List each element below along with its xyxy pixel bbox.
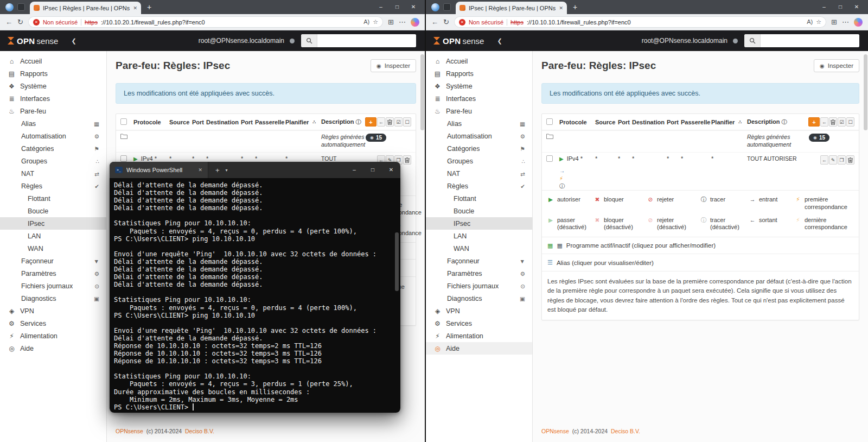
select-all-button[interactable]: ☑ [394, 117, 403, 127]
settings-ellipsis-icon[interactable]: ⋯ [842, 18, 849, 26]
footer-company-link[interactable]: Deciso B.V. [185, 428, 214, 434]
deselect-all-button[interactable]: ☐ [846, 117, 854, 127]
opnsense-logo[interactable]: OPNsense [0, 36, 58, 46]
workspace-icon[interactable] [17, 3, 25, 11]
sidebar-item-ipsec[interactable]: IPsec [0, 217, 106, 230]
settings-ellipsis-icon[interactable]: ⋯ [399, 18, 406, 26]
not-secure-label[interactable]: Non sécurisé [469, 19, 503, 26]
minimize-button[interactable]: – [373, 0, 389, 14]
new-tab-button[interactable]: + [147, 3, 151, 11]
sidebar-item-regles[interactable]: Règles✔ [0, 180, 106, 192]
sidebar-item-groupes[interactable]: Groupes∴ [0, 155, 106, 167]
read-aloud-icon[interactable]: A) [807, 19, 813, 25]
browser-tab[interactable]: IPsec | Règles | Pare-feu | OPNsen... ✕ [456, 2, 567, 14]
sidebar-item-rapports[interactable]: ▤Rapports [426, 67, 532, 80]
sidebar-collapse-icon[interactable]: ❮ [497, 37, 502, 45]
sidebar-item-systeme[interactable]: ❖Système [0, 80, 106, 92]
sidebar-item-categories[interactable]: Catégories⚑ [0, 142, 106, 155]
sidebar-item-alimentation[interactable]: ⚡Alimentation [426, 330, 532, 342]
profile-avatar-icon[interactable] [5, 3, 14, 11]
sidebar-item-automatisation[interactable]: Automatisation⚙ [0, 130, 106, 142]
sidebar-item-boucle[interactable]: Boucle [0, 205, 106, 217]
sidebar-item-fichiers-journaux[interactable]: Fichiers journaux⊙ [426, 280, 532, 292]
terminal-maximize-button[interactable]: □ [363, 162, 382, 178]
sidebar-item-boucle[interactable]: Boucle [426, 205, 532, 217]
collections-icon[interactable]: ⊞ [831, 18, 837, 26]
sidebar-item-lan[interactable]: LAN [426, 230, 532, 242]
sidebar-item-nat[interactable]: NAT⇄ [0, 167, 106, 180]
sidebar-item-ipsec[interactable]: IPsec [426, 217, 532, 230]
sidebar-item-categories[interactable]: Catégories⚑ [426, 142, 532, 155]
refresh-icon[interactable]: ↻ [443, 18, 449, 26]
back-icon[interactable]: ← [431, 18, 438, 26]
folder-icon[interactable] [120, 134, 127, 139]
search-icon[interactable] [744, 34, 761, 47]
sidebar-item-lan[interactable]: LAN [0, 230, 106, 242]
delete-selected-button[interactable] [386, 117, 394, 127]
delete-selected-button[interactable] [829, 117, 837, 127]
new-tab-button[interactable]: + [573, 3, 577, 11]
close-button[interactable]: ✕ [405, 0, 422, 14]
rule-checkbox[interactable] [546, 155, 553, 162]
terminal-close-button[interactable]: ✕ [382, 162, 400, 178]
sidebar-item-rapports[interactable]: ▤Rapports [0, 67, 106, 80]
sidebar-item-flottant[interactable]: Flottant [426, 192, 532, 205]
sidebar-item-groupes[interactable]: Groupes∴ [426, 155, 532, 167]
sidebar-item-interfaces[interactable]: ≣Interfaces [426, 92, 532, 105]
sidebar-item-accueil[interactable]: ⌂Accueil [0, 55, 106, 67]
logged-in-user[interactable]: root@OPNsense.localdomain [642, 37, 727, 45]
terminal-scrollbar[interactable] [395, 232, 399, 291]
copilot-icon[interactable] [411, 18, 419, 27]
footer-brand-link[interactable]: OPNsense [541, 428, 569, 434]
auto-rules-badge[interactable]: ◉15 [366, 134, 386, 142]
read-aloud-icon[interactable]: A) [363, 19, 369, 25]
favorite-star-icon[interactable]: ☆ [816, 19, 821, 25]
profile-avatar-icon[interactable] [431, 3, 439, 11]
rule-enabled-play-icon[interactable]: ▶ [559, 156, 564, 162]
add-rule-button[interactable]: + [808, 117, 820, 127]
inspect-button[interactable]: ◉Inspecter [371, 59, 416, 72]
sidebar-item-alimentation[interactable]: ⚡Alimentation [0, 330, 106, 342]
terminal-body[interactable]: Délai d'attente de la demande dépassé. D… [110, 178, 400, 413]
delete-rule-button[interactable] [846, 155, 854, 165]
sidebar-item-fichiers-journaux[interactable]: Fichiers journaux⊙ [0, 280, 106, 292]
sidebar-collapse-icon[interactable]: ❮ [71, 37, 76, 45]
global-search-input[interactable] [317, 34, 416, 47]
rule-enabled-play-icon[interactable]: ▶ [133, 156, 138, 162]
sidebar-item-flottant[interactable]: Flottant [0, 192, 106, 205]
move-rule-button[interactable]: ← [820, 155, 828, 165]
page-scrollbar[interactable] [864, 54, 867, 130]
footer-company-link[interactable]: Deciso B.V. [611, 428, 640, 434]
sidebar-item-wan[interactable]: WAN [0, 242, 106, 255]
terminal-tab-dropdown-icon[interactable]: ▾ [226, 168, 228, 173]
global-search-input[interactable] [761, 34, 859, 47]
sidebar-item-systeme[interactable]: ❖Système [426, 80, 532, 92]
rule-checkbox[interactable] [120, 155, 127, 162]
sidebar-item-accueil[interactable]: ⌂Accueil [426, 55, 532, 67]
opnsense-logo[interactable]: OPNsense [426, 36, 484, 46]
move-selected-button[interactable]: ← [377, 117, 385, 127]
sidebar-item-services[interactable]: ⚙Services [426, 317, 532, 330]
move-selected-button[interactable]: ← [820, 117, 828, 127]
footer-brand-link[interactable]: OPNsense [116, 428, 143, 434]
sidebar-item-automatisation[interactable]: Automatisation⚙ [426, 130, 532, 142]
page-scrollbar[interactable] [420, 54, 424, 130]
sidebar-item-wan[interactable]: WAN [426, 242, 532, 255]
sidebar-item-faconneur[interactable]: Façonneur▼ [426, 255, 532, 267]
folder-icon[interactable] [546, 134, 553, 139]
sidebar-item-diagnostics[interactable]: Diagnostics▣ [0, 292, 106, 305]
sidebar-item-pare-feu[interactable]: ♨Pare-feu [426, 105, 532, 117]
tab-close-icon[interactable]: ✕ [559, 5, 563, 11]
terminal-minimize-button[interactable]: – [345, 162, 363, 178]
select-all-checkbox[interactable] [120, 118, 127, 125]
address-bar[interactable]: ✕ Non sécurisé https://10.10.10.1/firewa… [454, 16, 826, 28]
sidebar-item-faconneur[interactable]: Façonneur▼ [0, 255, 106, 267]
edit-rule-button[interactable]: ✎ [829, 155, 837, 165]
back-icon[interactable]: ← [5, 18, 12, 26]
maximize-button[interactable]: □ [832, 0, 848, 14]
terminal-tab[interactable]: >_ Windows PowerShell ✕ [110, 162, 208, 178]
logged-in-user[interactable]: root@OPNsense.localdomain [199, 37, 284, 45]
terminal-new-tab-button[interactable]: + [215, 167, 220, 174]
sidebar-item-pare-feu[interactable]: ♨Pare-feu [0, 105, 106, 117]
auto-rules-badge[interactable]: ◉15 [809, 134, 829, 142]
